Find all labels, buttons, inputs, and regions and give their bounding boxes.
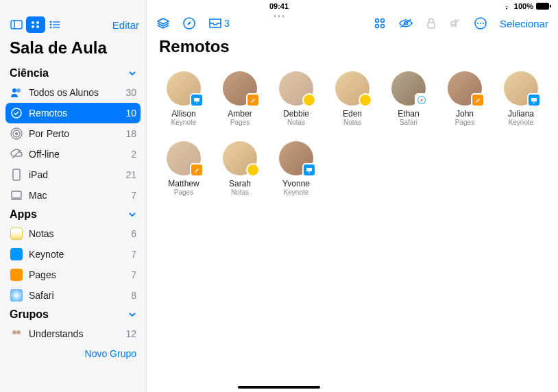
- svg-point-24: [12, 330, 16, 334]
- svg-point-5: [36, 21, 39, 24]
- edit-button[interactable]: Editar: [112, 19, 139, 31]
- student-name: John: [456, 109, 474, 119]
- svg-point-38: [483, 23, 484, 24]
- svg-rect-9: [53, 21, 60, 22]
- app-title: Sala de Aula: [0, 36, 146, 64]
- student-grid: AllisonKeynoteAmberPagesDebbieNotasEdenN…: [147, 64, 558, 203]
- layers-button[interactable]: [156, 17, 170, 29]
- keynote-badge-icon: [527, 93, 541, 107]
- student-item[interactable]: JohnPages: [440, 71, 489, 126]
- svg-point-30: [381, 25, 385, 28]
- sidebar-item[interactable]: Keynote7: [0, 244, 146, 265]
- section-header[interactable]: Apps: [0, 206, 146, 223]
- sidebar-item[interactable]: Notas6: [0, 223, 146, 244]
- student-item[interactable]: AllisonKeynote: [159, 71, 208, 126]
- sidebar-item-label: Notas: [29, 228, 54, 239]
- pages-badge-icon: [190, 163, 204, 177]
- sidebar-item[interactable]: Off-line2: [0, 144, 146, 164]
- pages-badge-icon: [471, 93, 485, 107]
- notes-badge-icon: [302, 93, 316, 107]
- svg-rect-2: [11, 21, 22, 29]
- sidebar-item[interactable]: Mac7: [0, 185, 146, 206]
- sidebar-item-label: Understands: [29, 328, 83, 339]
- more-button[interactable]: [474, 16, 487, 30]
- svg-rect-11: [53, 24, 60, 25]
- notes-badge-icon: [246, 163, 260, 177]
- sidebar-item-count: 7: [131, 269, 136, 280]
- section-title: Apps: [10, 208, 37, 221]
- svg-rect-22: [12, 191, 21, 198]
- inbox-button[interactable]: 3: [208, 18, 230, 29]
- sidebar-item-label: Keynote: [29, 249, 64, 260]
- student-item[interactable]: AmberPages: [215, 71, 265, 126]
- student-item[interactable]: EthanSafari: [384, 71, 433, 126]
- section-title: Grupos: [10, 308, 49, 321]
- student-item[interactable]: YvonneKeynote: [271, 141, 321, 196]
- svg-rect-39: [194, 98, 199, 101]
- student-item[interactable]: EdenNotas: [328, 71, 377, 126]
- grid-view-button[interactable]: [26, 16, 45, 33]
- section-header[interactable]: Ciência: [0, 64, 146, 82]
- ipad-icon: [10, 168, 23, 182]
- student-name: Allison: [171, 109, 195, 119]
- sidebar-item-count: 10: [125, 108, 136, 119]
- svg-point-7: [36, 25, 39, 28]
- apps-button[interactable]: [374, 17, 386, 29]
- section-title: Ciência: [10, 67, 49, 79]
- compass-button[interactable]: [182, 16, 196, 30]
- main-title: Remotos: [147, 33, 558, 64]
- multitask-dots[interactable]: [274, 15, 284, 17]
- svg-point-28: [381, 19, 385, 23]
- student-app: Notas: [343, 119, 361, 126]
- sidebar-item[interactable]: Pages7: [0, 265, 146, 285]
- sidebar-item-label: Safari: [29, 290, 54, 301]
- student-app: Keynote: [171, 119, 197, 126]
- sidebar-item-count: 6: [131, 228, 136, 239]
- hide-button[interactable]: [398, 18, 413, 29]
- svg-line-20: [12, 150, 21, 158]
- sidebar-item[interactable]: Safari8: [0, 285, 146, 306]
- sidebar-toggle-button[interactable]: [7, 16, 26, 33]
- mute-button[interactable]: [449, 17, 461, 29]
- chevron-down-icon: [128, 312, 136, 317]
- sidebar-item-count: 2: [131, 149, 136, 160]
- student-app: Keynote: [284, 188, 309, 196]
- sidebar-item[interactable]: Understands12: [0, 323, 146, 344]
- sidebar-item[interactable]: iPad21: [0, 164, 146, 185]
- student-name: Debbie: [283, 109, 309, 119]
- student-name: Ethan: [398, 109, 419, 119]
- svg-rect-13: [53, 27, 60, 27]
- svg-point-29: [376, 25, 379, 28]
- student-app: Safari: [400, 119, 417, 126]
- student-item[interactable]: SarahNotas: [215, 141, 265, 196]
- notes-badge-icon: [359, 93, 372, 107]
- group-icon: [10, 327, 23, 341]
- keynote-icon: [10, 247, 23, 261]
- student-app: Notas: [231, 188, 249, 196]
- select-button[interactable]: Selecionar: [500, 18, 548, 29]
- home-indicator[interactable]: [238, 386, 320, 389]
- sidebar-item-label: Todos os Alunos: [29, 87, 99, 98]
- svg-point-36: [477, 23, 478, 24]
- section-header[interactable]: Grupos: [0, 306, 146, 323]
- new-group-button[interactable]: Novo Grupo: [0, 344, 146, 363]
- chevron-down-icon: [128, 212, 136, 217]
- svg-point-8: [50, 21, 52, 23]
- sidebar-item[interactable]: Por Perto18: [0, 123, 146, 144]
- svg-point-25: [16, 330, 21, 334]
- keynote-badge-icon: [302, 163, 316, 177]
- sidebar-item[interactable]: Todos os Alunos30: [0, 82, 146, 103]
- lock-button[interactable]: [426, 17, 437, 29]
- sidebar-item-label: Mac: [29, 190, 47, 201]
- svg-point-4: [32, 21, 34, 24]
- remote-icon: [10, 106, 23, 120]
- student-item[interactable]: JulianaKeynote: [496, 71, 546, 126]
- svg-point-10: [50, 24, 52, 26]
- list-view-button[interactable]: [45, 16, 64, 33]
- student-item[interactable]: DebbieNotas: [271, 71, 321, 126]
- safari-badge-icon: [415, 93, 428, 107]
- sidebar-item[interactable]: Remotos10: [5, 103, 141, 123]
- student-item[interactable]: MatthewPages: [159, 141, 208, 196]
- svg-point-37: [480, 23, 481, 24]
- notes-icon: [10, 227, 23, 241]
